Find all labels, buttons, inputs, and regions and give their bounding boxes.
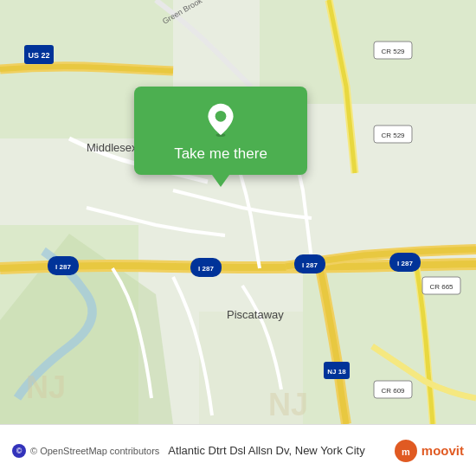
- bottom-bar: © © OpenStreetMap contributors Atlantic …: [0, 424, 476, 476]
- svg-text:CR 529: CR 529: [381, 48, 405, 55]
- svg-text:US 22: US 22: [28, 51, 49, 60]
- location-pin-icon: [203, 102, 238, 137]
- svg-text:CR 529: CR 529: [381, 132, 405, 139]
- svg-text:Middlesex: Middlesex: [87, 141, 138, 154]
- moovit-text: moovit: [421, 443, 464, 458]
- osm-credit: © © OpenStreetMap contributors: [12, 444, 159, 458]
- take-me-there-button[interactable]: Take me there: [174, 145, 267, 163]
- svg-text:I 287: I 287: [198, 265, 214, 273]
- svg-text:Piscataway: Piscataway: [227, 308, 284, 321]
- svg-text:I 287: I 287: [397, 260, 413, 267]
- moovit-icon: m: [394, 439, 418, 463]
- map-background: US 22 I 287 I 287 I 287 I 287 CR 529 CR …: [0, 0, 476, 424]
- svg-text:NJ: NJ: [26, 370, 66, 405]
- svg-text:NJ 18: NJ 18: [327, 368, 346, 376]
- svg-text:I 287: I 287: [302, 261, 318, 269]
- svg-text:CR 609: CR 609: [381, 387, 405, 395]
- svg-text:I 287: I 287: [55, 263, 71, 271]
- map-container: US 22 I 287 I 287 I 287 I 287 CR 529 CR …: [0, 0, 476, 424]
- svg-text:NJ: NJ: [268, 387, 308, 422]
- moovit-logo: m moovit: [394, 439, 464, 463]
- osm-credit-text: © OpenStreetMap contributors: [30, 446, 159, 456]
- openstreetmap-icon: ©: [12, 444, 26, 458]
- svg-point-33: [215, 111, 227, 122]
- popup-card: Take me there: [134, 87, 307, 175]
- svg-text:m: m: [402, 447, 410, 457]
- svg-text:CR 665: CR 665: [429, 283, 453, 291]
- address-text: Atlantic Dtrt Dsl Allsn Dv, New York Cit…: [168, 444, 386, 457]
